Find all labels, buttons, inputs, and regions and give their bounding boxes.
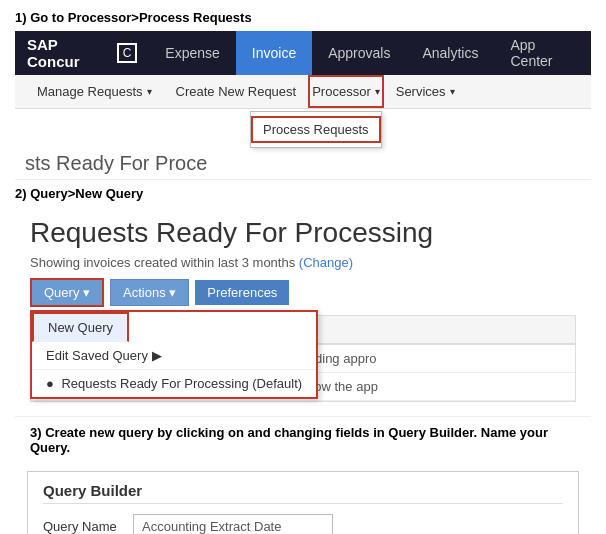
query-builder-title: Query Builder [43, 482, 563, 504]
step3-label: 3) Create new query by clicking on and c… [30, 425, 576, 455]
processor-dropdown: Process Requests [250, 111, 382, 148]
nav-expense[interactable]: Expense [149, 31, 235, 75]
new-query-item[interactable]: New Query [32, 312, 129, 342]
process-requests-button[interactable]: Process Requests [251, 116, 381, 143]
nav-items: Expense Invoice Approvals Analytics App … [149, 31, 591, 75]
chevron-down-icon: ▾ [375, 86, 380, 97]
change-filter-link[interactable]: (Change) [299, 255, 353, 270]
partial-heading: sts Ready For Proce [25, 152, 207, 174]
page-container: 1) Go to Processor>Process Requests SAP … [0, 0, 606, 534]
main-section: Requests Ready For Processing Showing in… [15, 207, 591, 412]
sec-services[interactable]: Services ▾ [384, 75, 467, 108]
logo-icon: C [117, 43, 138, 63]
query-dropdown: New Query Edit Saved Query ▶ ● Requests … [30, 310, 318, 399]
chevron-down-icon: ▾ [147, 86, 152, 97]
nav-analytics[interactable]: Analytics [406, 31, 494, 75]
query-button[interactable]: Query ▾ [30, 278, 104, 307]
nav-approvals[interactable]: Approvals [312, 31, 406, 75]
edit-saved-query-item[interactable]: Edit Saved Query ▶ [32, 342, 316, 370]
processor-dropdown-area: Process Requests [190, 109, 591, 148]
nav-invoice[interactable]: Invoice [236, 31, 312, 75]
logo: SAP Concur C [15, 36, 149, 70]
requests-ready-item[interactable]: ● Requests Ready For Processing (Default… [32, 370, 316, 397]
actions-button[interactable]: Actions ▾ [110, 279, 189, 306]
nav-appcenter[interactable]: App Center [494, 31, 591, 75]
query-builder: Query Builder Query Name Conditions ▾ Re… [27, 471, 579, 534]
filter-text: Showing invoices created within last 3 m… [30, 255, 576, 270]
step1-label: 1) Go to Processor>Process Requests [15, 10, 591, 25]
page-title: Requests Ready For Processing [30, 217, 576, 249]
step3-section: 3) Create new query by clicking on and c… [15, 416, 591, 467]
chevron-right-icon: ▶ [152, 348, 162, 363]
new-query-label: New Query [48, 320, 113, 335]
bullet-icon: ● [46, 376, 54, 391]
query-name-row: Query Name [43, 514, 563, 534]
sec-manage-requests[interactable]: Manage Requests ▾ [25, 75, 164, 108]
toolbar: Query ▾ Actions ▾ Preferences New Query … [30, 278, 576, 307]
step2-label: 2) Query>New Query [15, 186, 591, 201]
query-name-input[interactable] [133, 514, 333, 534]
nav-bar: SAP Concur C Expense Invoice Approvals A… [15, 31, 591, 75]
secondary-nav: Manage Requests ▾ Create New Request Pro… [15, 75, 591, 109]
sec-processor[interactable]: Processor ▾ [308, 75, 384, 108]
sec-create-request[interactable]: Create New Request [164, 75, 309, 108]
query-name-label: Query Name [43, 519, 123, 534]
preferences-button[interactable]: Preferences [195, 280, 289, 305]
logo-text: SAP Concur [27, 36, 113, 70]
page-heading-strip: sts Ready For Proce [15, 148, 591, 180]
chevron-down-icon: ▾ [450, 86, 455, 97]
